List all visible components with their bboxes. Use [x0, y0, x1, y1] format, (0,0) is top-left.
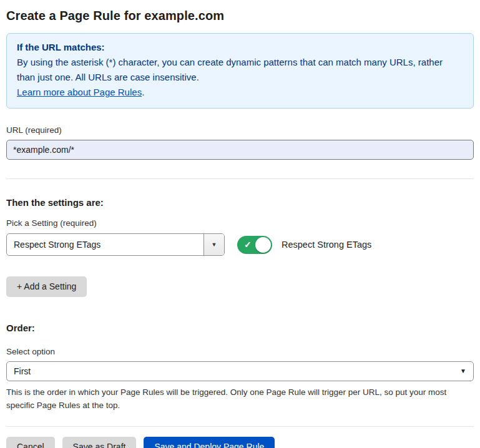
info-box: If the URL matches: By using the asteris… — [6, 33, 474, 109]
page-rule-form: Create a Page Rule for example.com If th… — [0, 0, 480, 448]
page-rules-link[interactable]: Learn more about Page Rules — [17, 87, 142, 97]
setting-select[interactable]: Respect Strong ETags ▼ — [6, 233, 225, 256]
order-select-value: First — [14, 366, 31, 376]
url-label: URL (required) — [6, 125, 474, 135]
chevron-down-icon: ▼ — [212, 242, 217, 248]
settings-heading: Then the settings are: — [6, 197, 474, 208]
chevron-down-icon: ▼ — [460, 368, 466, 374]
save-draft-button[interactable]: Save as Draft — [62, 437, 137, 448]
setting-select-arrow-button[interactable]: ▼ — [203, 234, 224, 255]
add-setting-button[interactable]: + Add a Setting — [6, 276, 87, 297]
order-heading: Order: — [6, 323, 474, 333]
etags-toggle[interactable]: ✓ — [237, 236, 272, 254]
url-input[interactable] — [6, 140, 474, 160]
cancel-button[interactable]: Cancel — [6, 437, 55, 448]
link-period: . — [142, 87, 144, 97]
setting-picker-label: Pick a Setting (required) — [6, 218, 474, 228]
info-box-body: By using the asterisk (*) character, you… — [17, 55, 463, 85]
setting-row: Respect Strong ETags ▼ ✓ Respect Strong … — [6, 233, 474, 256]
order-help-text: This is the order in which your Page Rul… — [6, 386, 471, 412]
info-link-row: Learn more about Page Rules. — [17, 85, 463, 100]
toggle-knob — [255, 237, 271, 253]
page-title: Create a Page Rule for example.com — [6, 9, 474, 23]
order-select-label: Select option — [6, 347, 474, 356]
footer-actions: Cancel Save as Draft Save and Deploy Pag… — [6, 437, 474, 448]
order-select[interactable]: First ▼ — [6, 361, 474, 381]
save-deploy-button[interactable]: Save and Deploy Page Rule — [144, 437, 275, 448]
etags-toggle-label: Respect Strong ETags — [282, 240, 371, 250]
footer-divider — [6, 426, 474, 427]
setting-select-value: Respect Strong ETags — [7, 240, 203, 250]
section-divider — [6, 178, 474, 179]
info-box-heading: If the URL matches: — [17, 40, 463, 55]
check-icon: ✓ — [244, 240, 252, 250]
